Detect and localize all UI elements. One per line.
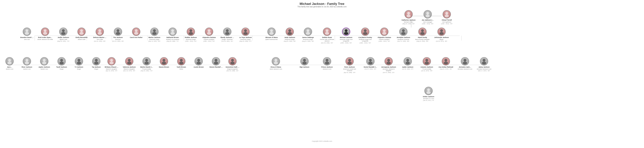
person-donte-randall[interactable]: Donte Randall J… (Oct 07, 2000) · 22Y — [362, 57, 378, 70]
person-paris-jackson[interactable]: Paris Jackson American model and musicia… — [342, 57, 358, 73]
dates-jackie-jackson: (May 04, 1951) · 72Y — [57, 40, 70, 42]
avatar-taryll-jackson — [58, 57, 66, 65]
person-marlon-david-j[interactable]: Marlon David J… TV personality (Sep 23, … — [139, 57, 154, 71]
person-lisa-marie-presley[interactable]: Lisa Marie Presley American singer and s… — [358, 28, 373, 44]
name-janet-jackson: Janet Jackson — [284, 37, 295, 38]
svg-point-98 — [231, 59, 234, 62]
person-river-jackson[interactable]: River Jackson Jackie's son — [19, 57, 35, 70]
avatar-marlon-david-j — [142, 57, 151, 65]
role-jermaine-jack2: Jermaine Jackson's son — [458, 68, 472, 70]
dates-debbie-rowe: (Dec 06, 1958) · 64Y — [321, 42, 333, 44]
person-jaylen-jackson[interactable]: Jaylen Jackson Jackie's son — [36, 57, 52, 70]
avatar-jaafar-jackson — [404, 57, 412, 65]
person-emily-besselink[interactable]: Emily Besselink Jackie's wife — [74, 28, 89, 40]
name-asa-soltan-rahmati: Asa Soltan Rahmati — [438, 66, 453, 68]
person-tj-jackson[interactable]: TJ Jackson Singer — [71, 57, 87, 70]
person-austin-brown[interactable]: Austin Brown — [191, 57, 206, 68]
person-jaimy-jackson[interactable]: Jaimy Jackson Jermaine Jackson's son (Ma… — [476, 57, 492, 71]
person-la-toya-jackson[interactable]: La Toya Jackson American singer (May 29,… — [238, 28, 253, 42]
dates-delores-martes: (Oct 31, 1953) · 89Y — [94, 40, 106, 42]
person-soltan-jackson[interactable]: Soltan Jackson Jermaine Jr.'s son (Jan 2… — [421, 87, 436, 101]
name-river-jackson: River Jackson — [22, 66, 32, 68]
person-valencia-jackson[interactable]: Valencia Jackson Marlon's daughter (Dec … — [122, 57, 137, 71]
svg-point-40 — [153, 29, 156, 32]
person-randy-jackson[interactable]: Randy Jackson … Singer / Musician (Oct 2… — [220, 28, 235, 42]
person-joe-jackson[interactable]: Joe Jackson (… Joe's manager (1928 – 201… — [420, 10, 436, 25]
svg-point-43 — [170, 32, 175, 35]
person-brittany-shaunt[interactable]: Brittany Shaunt … Marlon's daughter (Apr… — [104, 57, 119, 71]
svg-point-91 — [162, 62, 166, 64]
page-container: Michael Jackson - Family Tree This famil… — [0, 0, 644, 148]
svg-point-39 — [134, 32, 138, 35]
avatar-enid-arden-span — [41, 28, 49, 36]
person-alejandro-oaziaza2[interactable]: Alejandro Oaziaza Fashion designer (1969… — [376, 28, 392, 42]
svg-point-96 — [214, 59, 218, 62]
person-james-debarge[interactable]: James DeBarge American singer (Aug 22, 1… — [300, 28, 316, 42]
person-jermaine-jack2[interactable]: Jermaine Jack… Jermaine Jackson's son — [457, 57, 473, 70]
avatar-jermajesty-jackson — [384, 57, 393, 65]
person-enid-arden-span[interactable]: Enid Arden Span… Jackie Jackson's Ex-Wif… — [37, 28, 53, 40]
avatar-genevieve-kath — [228, 57, 237, 65]
person-autumn-jackson[interactable]: Autumn Jackson TV personality (Jul 13, 1… — [419, 57, 434, 71]
person-prince-jackson[interactable]: Prince Jackson Jackson's son — [319, 57, 335, 70]
person-delores-martes[interactable]: Delores Martes … Tito's Wife (Oct 31, 19… — [92, 28, 108, 42]
person-steven-randall[interactable]: Steven Randall … — [208, 57, 224, 68]
person-marlon-jackson[interactable]: Marlon Jackson American singer (Mar 12, … — [146, 28, 162, 42]
svg-point-76 — [43, 59, 46, 62]
person-wissam-al-mana[interactable]: Wissam Al Mana Qatari businessman — [264, 28, 279, 40]
avatar-delores-martes — [96, 28, 104, 36]
person-nathaniel-brown[interactable]: Nathaniel Brown Robbie's ex-husband (May… — [165, 28, 180, 42]
avatar-marlon-jackson — [150, 28, 158, 36]
person-michael-jackson-main[interactable]: Michael Jackson American singer and song… — [338, 28, 354, 44]
svg-point-69 — [420, 32, 424, 35]
person-jermajesty-jackson[interactable]: Jermajesty Jackson Jermaine Jackson's da… — [381, 57, 396, 73]
person-tito-jackson[interactable]: Tito Jackson Musician (Oct 15, 1953) · 6… — [110, 28, 126, 42]
svg-point-95 — [196, 62, 201, 64]
svg-point-25 — [445, 15, 449, 17]
person-katherine-jackson[interactable]: Katherine Jackson Michael's Mom (May 04,… — [401, 10, 416, 25]
name-genevieve-kath: Genevieve Kath … — [226, 66, 239, 68]
person-genevieve-kath[interactable]: Genevieve Kath … Singer/songwriter (Dec … — [225, 57, 240, 71]
person-bigi-jackson[interactable]: Bigi Jackson — [297, 57, 312, 68]
person-brandon-david[interactable]: Brandon David … Joe's son — [19, 28, 35, 40]
person-robbie-jackson[interactable]: Robbie Jackson American singer (1999 – 2… — [183, 28, 199, 42]
person-jaco-x[interactable]: Jaco… Jackie's son — [2, 57, 17, 70]
person-taj-jackson[interactable]: Taj Jackson Singer — [88, 57, 104, 70]
avatar-bigi-jackson — [300, 57, 309, 65]
person-debbie-rowe[interactable]: Debbie Rowe Former wife of Michael Jacks… — [319, 28, 335, 44]
person-stacee-brown[interactable]: Stacee Brown — [156, 57, 172, 68]
svg-point-92 — [180, 59, 183, 62]
person-alejandra-oaziaza[interactable]: Alejandra Oaziaza Fashion designer (1969… — [201, 28, 217, 42]
role-jaylen-jackson: Jackie's son — [40, 68, 48, 70]
avatar-cheryl-terrell — [442, 10, 451, 19]
person-eissa-al-mana[interactable]: Eissa Al Mana Janet Jackson's son — [268, 57, 284, 70]
person-yashi-brown[interactable]: Yashi Brown Writer — [174, 57, 189, 70]
role-delores-martes: Tito's Wife — [97, 39, 103, 40]
dates-soltan-jackson: (Jan 20, 2017) · 6Y — [423, 100, 434, 101]
avatar-emily-besselink — [78, 28, 86, 36]
svg-point-29 — [43, 32, 47, 35]
person-jaafar-jackson[interactable]: Jaafar Jackson (Jul 26, 1986) · 27Y — [400, 57, 416, 70]
person-jackie-jackson[interactable]: Jackie Jackson Jackie's wife (May 04, 19… — [56, 28, 71, 42]
name-randy-jackson: Randy Jackson … — [220, 37, 234, 38]
person-johvonnie-jackson[interactable]: JohVonnie Jackson Singer (Jul 26, 1974) … — [434, 28, 449, 42]
person-taryll-jackson[interactable]: Taryll Jackson Singer — [54, 57, 70, 70]
name-prince-jackson: Prince Jackson — [321, 66, 333, 68]
person-asa-soltan-rahmati[interactable]: Asa Soltan Rahmati (Sep 01, 1976) · 46Y — [438, 57, 454, 70]
svg-point-32 — [80, 29, 83, 32]
dates-hazel-gordy: (Aug 24, 1954) · 68Y — [416, 40, 428, 42]
person-hazel-gordy[interactable]: Hazel Gordy Berry Gordy's daughter (Aug … — [415, 28, 430, 42]
person-cheryl-terrell[interactable]: Cheryl Terrell Joe's girlfriend (1946 – … — [439, 10, 454, 25]
avatar-hazel-gordy — [418, 28, 426, 36]
dates-marlon-jackson: (Mar 12, 1957) · 65Y — [148, 40, 160, 42]
name-debbie-rowe: Debbie Rowe — [322, 37, 332, 38]
svg-point-81 — [77, 62, 81, 64]
person-jermaine-jackson[interactable]: Jermaine Jackson American musician (Dec … — [396, 28, 411, 42]
person-carol-ann-parker[interactable]: Carol Ann Parker — [128, 28, 144, 38]
svg-point-55 — [288, 32, 292, 35]
dates-michael-jackson: (1958 – 2009) · 50Y — [340, 42, 352, 44]
role-cheryl-terrell: Joe's girlfriend — [442, 21, 451, 23]
person-janet-jackson[interactable]: Janet Jackson American singer (Aug 22, 1… — [282, 28, 298, 42]
svg-point-83 — [94, 62, 98, 64]
avatar-river-jackson — [23, 57, 31, 65]
